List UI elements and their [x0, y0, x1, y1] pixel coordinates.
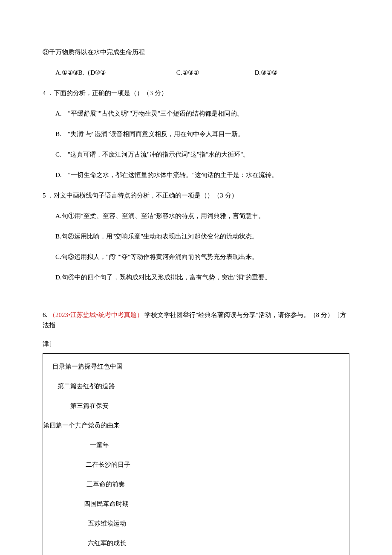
q6-tail2: 津］ — [43, 339, 349, 349]
q5-stem: 5 ．对文中画横线句子语言特点的分析，不正确的一项是（）（3 分） — [43, 190, 349, 200]
q6-stem: 6. （2023•江苏盐城•统考中考真题） 学校文学社团举行"经典名著阅读与分享… — [43, 310, 349, 330]
q5-option-b: B.句②运用比喻，用"交响乐章"生动地表现出江河起伏变化的流动状态。 — [43, 231, 349, 241]
q4-option-c: C. "这真可谓，不废江河万古流"冲的指示代词"这"指"水的大循环"。 — [43, 149, 349, 160]
q4-option-a: A. "平缓舒展""古代文明""万物生灵"三个短语的结构都是相同的。 — [43, 108, 349, 119]
toc-ch3: 三革命的前奏 — [43, 479, 349, 489]
q6-number: 6. — [43, 310, 47, 320]
q3-option-d: D.③①② — [255, 67, 278, 78]
line-circle-3: ③千万物质得以在水中完成生命历程 — [43, 47, 349, 57]
toc-ch4: 四国民革命时期 — [43, 499, 349, 509]
q4-option-b: B. "失润"与"湿润"读音相同而意义相反，用在句中令人耳目一新。 — [43, 129, 349, 139]
toc-part3: 第三篇在保安 — [43, 401, 349, 411]
toc-part1-head: 目录第一篇探寻红色中国 — [43, 361, 349, 372]
q5-option-a: A.句①用"至柔、至容、至润、至洁''形容水的特点，用词典雅，言简意丰。 — [43, 211, 349, 221]
q5-option-c: C.句③运用拟人，"闯""'夺"等动作将黄河奔涌向前的气势充分表现出来。 — [43, 252, 349, 262]
toc-table: 目录第一篇探寻红色中国 第二篇去红都的道路 第三篇在保安 第四篇一个共产党员的由… — [43, 353, 349, 555]
toc-ch6: 六红军的成长 — [43, 538, 349, 548]
toc-ch1: 一童年 — [43, 440, 349, 450]
toc-ch2: 二在长沙的日子 — [43, 459, 349, 470]
q4-stem: 4 ．下面的分析，正确的一项是（）（3 分） — [43, 88, 349, 98]
toc-part4: 第四篇一个共产党员的由来 — [43, 420, 349, 430]
q3-options-row: A.①②③B.（D®② C.②③① D.③①② — [43, 67, 349, 78]
q5-option-d: D.句④中的四个句子，既构成对比又形成排比，富有气势，突出"润''的重要。 — [43, 272, 349, 282]
q4-option-d: D. "一切生命之水，都在这恒量的水体中流转。"这句话的主干是：水在流转。 — [43, 170, 349, 180]
q3-option-c: C.②③① — [176, 67, 253, 78]
toc-ch5: 五苏维埃运动 — [43, 518, 349, 529]
q6-source-red: （2023•江苏盐城•统考中考真题） — [49, 311, 143, 318]
toc-part2: 第二篇去红都的道路 — [43, 381, 349, 391]
q3-option-a: A.①②③B.（D®② — [55, 67, 175, 78]
